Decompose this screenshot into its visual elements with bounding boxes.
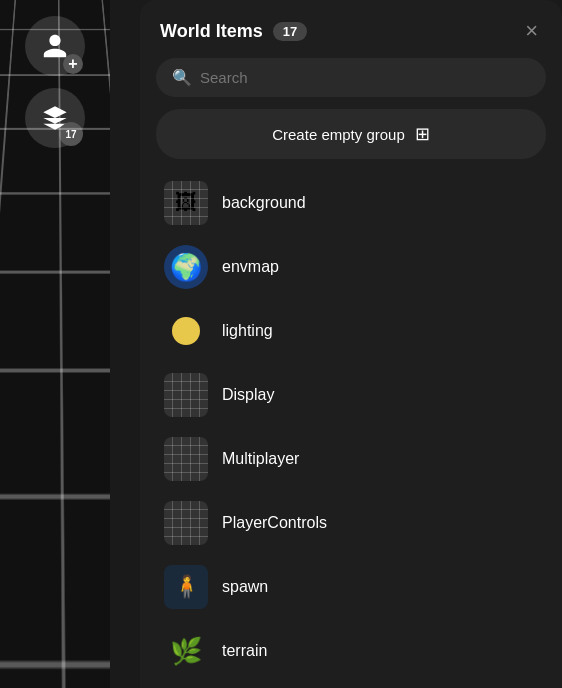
list-item[interactable]: 🌿 terrain	[156, 619, 546, 672]
item-label-envmap: envmap	[222, 258, 538, 276]
user-icon	[41, 32, 69, 60]
item-label-spawn: spawn	[222, 578, 538, 596]
list-item[interactable]: 🧍 spawn	[156, 555, 546, 619]
add-user-button[interactable]: +	[25, 16, 85, 76]
item-label-display: Display	[222, 386, 538, 404]
search-input[interactable]	[200, 69, 530, 86]
item-label-background: background	[222, 194, 538, 212]
panel-title-area: World Items 17	[160, 21, 307, 42]
search-icon: 🔍	[172, 68, 192, 87]
add-icon: +	[63, 54, 83, 74]
search-bar: 🔍	[156, 58, 546, 97]
item-label-lighting: lighting	[222, 322, 538, 340]
item-label-multiplayer: Multiplayer	[222, 450, 538, 468]
panel-header: World Items 17 ×	[156, 16, 546, 46]
list-item[interactable]: Display	[156, 363, 546, 427]
create-empty-group-button[interactable]: Create empty group ⊞	[156, 109, 546, 159]
item-icon-lighting	[164, 309, 208, 353]
item-icon-background: 🖼	[164, 181, 208, 225]
layers-count-badge: 17	[59, 122, 83, 146]
world-items-list: 🖼 background 🌍 envmap lighting Display	[156, 171, 546, 672]
world-items-panel: World Items 17 × 🔍 Create empty group ⊞ …	[140, 0, 562, 688]
list-item[interactable]: 🖼 background	[156, 171, 546, 235]
item-icon-display	[164, 373, 208, 417]
sidebar: + 17	[0, 0, 110, 688]
close-button[interactable]: ×	[521, 16, 542, 46]
create-group-icon: ⊞	[415, 123, 430, 145]
sun-shape	[172, 317, 200, 345]
item-icon-spawn: 🧍	[164, 565, 208, 609]
list-item[interactable]: PlayerControls	[156, 491, 546, 555]
create-btn-label: Create empty group	[272, 126, 405, 143]
item-label-terrain: terrain	[222, 642, 538, 660]
item-icon-envmap: 🌍	[164, 245, 208, 289]
panel-count: 17	[273, 22, 307, 41]
layers-button[interactable]: 17	[25, 88, 85, 148]
list-item[interactable]: 🌍 envmap	[156, 235, 546, 299]
item-label-playercontrols: PlayerControls	[222, 514, 538, 532]
item-icon-terrain: 🌿	[164, 629, 208, 672]
list-item[interactable]: lighting	[156, 299, 546, 363]
item-icon-multiplayer	[164, 437, 208, 481]
item-icon-playercontrols	[164, 501, 208, 545]
list-item[interactable]: Multiplayer	[156, 427, 546, 491]
panel-title: World Items	[160, 21, 263, 42]
